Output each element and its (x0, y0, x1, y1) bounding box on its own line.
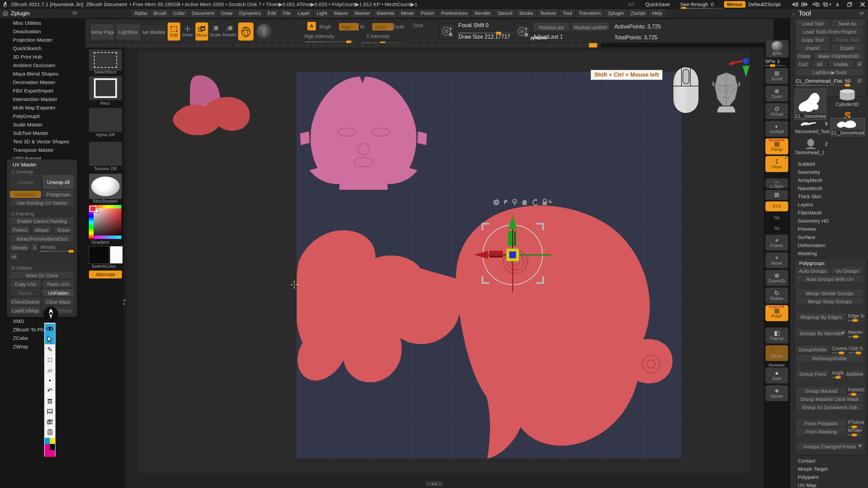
zplugin-item[interactable]: Transpose Master (3, 146, 78, 155)
attract-button[interactable]: Attract (32, 226, 52, 233)
zplugin-item[interactable]: Maya Blend Shapes (3, 70, 78, 78)
divider-tray[interactable] (85, 43, 601, 47)
tool-thumbnail-cylinder[interactable]: Cylinder3D (830, 89, 864, 108)
camera-icon[interactable] (45, 416, 55, 427)
menu-item[interactable]: Transform (576, 9, 604, 17)
color-picker[interactable] (89, 205, 121, 239)
erase-button[interactable]: Erase (53, 226, 74, 233)
home-page-button[interactable]: Home Page (91, 24, 114, 40)
regroup-visible-button[interactable]: ReGroupVisible (796, 355, 864, 362)
active-tool-r-button[interactable]: R (855, 78, 864, 84)
edge-sensitivity-slider[interactable] (848, 320, 864, 321)
tool-panel-refresh-icon[interactable]: ⟳ (860, 10, 864, 17)
menus-button[interactable]: Menus (724, 1, 746, 8)
right-strip-button[interactable]: ◐ AAHalf (765, 121, 788, 137)
zplugin-item[interactable]: Deactivation (3, 27, 78, 36)
zplugin-item[interactable]: 3D Print Hub (3, 53, 78, 61)
draw-size-control[interactable]: Draw Size 212.17717 (458, 34, 510, 40)
unflatten-button[interactable]: UnFlatten (42, 289, 74, 297)
menu-item[interactable]: Alpha (132, 9, 150, 17)
main-color-swatch[interactable] (89, 246, 109, 264)
right-strip-button[interactable]: Dynamic ▦ Persp (765, 138, 788, 155)
menu-item[interactable]: Light (314, 9, 330, 17)
tool-section-header[interactable]: Deformation (790, 241, 868, 249)
axis-orientation-widget[interactable] (728, 58, 752, 81)
right-strip-button[interactable]: ⊕ Zoom3D (765, 270, 788, 286)
xmd-logo-icon[interactable] (43, 306, 59, 322)
restore-icon[interactable] (846, 2, 855, 7)
rotate-mode-button[interactable]: R Rotate (222, 22, 236, 40)
groups-by-normals-button[interactable]: Groups By Normals (796, 330, 847, 337)
tool-section-header[interactable]: Thick Skin (790, 192, 868, 201)
menu-item[interactable]: Zplugin (605, 9, 627, 17)
copy-uvs-button[interactable]: Copy UVs (10, 281, 41, 288)
default-zscript-button[interactable]: DefaultZScript (748, 1, 781, 7)
spix-control[interactable]: SPix 3 (765, 58, 789, 66)
tool-section-header[interactable]: Geometry HD (790, 217, 868, 225)
tool-panel-title[interactable]: Tool (798, 9, 811, 17)
tool-section-header[interactable]: Surface (790, 233, 868, 241)
focal-shift-slider[interactable] (458, 33, 523, 34)
cmyk-swatches-icon[interactable] (45, 438, 55, 456)
load-tool-button[interactable]: Load Tool (796, 20, 830, 27)
easel-icon[interactable] (45, 406, 55, 416)
replay-last-rel-button[interactable]: ReplayLastRel (571, 23, 610, 31)
gizmo-icon-row[interactable] (492, 198, 552, 207)
zplugin-item[interactable]: Intersection Masker (3, 95, 78, 104)
tool-section-header[interactable]: NanoMesh (790, 184, 868, 192)
menu-item[interactable]: Draw (218, 9, 235, 17)
trash-icon[interactable] (45, 396, 55, 406)
divider-collapse-arrows[interactable]: ◂▸ (123, 298, 125, 306)
material-channel-a-button[interactable]: A (307, 22, 316, 30)
menu-item[interactable]: Help (649, 9, 665, 17)
import-button[interactable]: Import (796, 45, 830, 52)
group-visible-button[interactable]: GroupVisible (796, 346, 830, 353)
save-as-button[interactable]: Save As (831, 20, 864, 27)
menu-item[interactable]: Material (374, 9, 397, 17)
menu-item[interactable]: Macro (331, 9, 350, 17)
menu-item[interactable]: Zscript (628, 9, 648, 17)
adjust-last-control[interactable]: AdjustLast 1 (533, 34, 563, 40)
uv-groups-button[interactable]: Uv Groups (831, 268, 864, 274)
scale-mode-button[interactable]: S Scale (209, 22, 221, 40)
eraser-icon[interactable]: ▱ (45, 365, 55, 375)
menu-item[interactable]: Dynamics (237, 9, 264, 17)
tool-section-header[interactable]: Polypaint (790, 473, 868, 481)
menu-item[interactable]: Edit (265, 9, 279, 17)
secondary-color-swatch[interactable] (110, 246, 123, 264)
right-strip-button[interactable]: ↻ Rotate (765, 287, 788, 304)
left-divider[interactable] (124, 18, 127, 488)
auto-groups-with-uv-button[interactable]: Auto Groups With UV (796, 276, 864, 283)
right-strip-button[interactable]: Gy (766, 213, 788, 222)
lightbox-button[interactable]: LightBox (116, 24, 141, 40)
menu-item[interactable]: Preferences (438, 9, 470, 17)
right-strip-button[interactable]: ⊞ Scroll (765, 68, 788, 84)
tool-section-header[interactable]: Geometry (790, 168, 868, 176)
ptolerance-slider[interactable] (848, 426, 864, 427)
alpha-selector[interactable] (89, 108, 122, 132)
tool-thumbnail-active[interactable]: CL_DemoHead_F (794, 89, 826, 120)
right-strip-button[interactable]: ⊙ Actual (765, 103, 788, 119)
density-button[interactable]: Density (10, 244, 29, 251)
edit-mode-button[interactable]: Edit (167, 22, 180, 41)
menu-item[interactable]: Tool (560, 9, 575, 17)
material-selector[interactable] (89, 174, 122, 199)
brush-selector[interactable] (89, 76, 122, 100)
flatten-button[interactable]: Flatten (10, 289, 41, 297)
from-masking-button[interactable]: From Masking (796, 428, 847, 435)
live-boolean-button[interactable]: Live Boolean (142, 24, 166, 40)
tool-section-header[interactable]: ArrayMesh (790, 176, 868, 184)
polygroups-toggle[interactable]: Polygroups (42, 191, 74, 198)
spix-slider[interactable] (765, 65, 787, 66)
active-tool-slider[interactable] (796, 85, 853, 86)
right-strip-button[interactable]: ⌖ Frame (765, 235, 788, 251)
texture-selector[interactable] (89, 142, 122, 166)
load-tools-from-project-button[interactable]: Load Tools From Project (796, 28, 864, 35)
coverage-slider[interactable] (832, 352, 847, 353)
tool-section-header[interactable]: Subtool (790, 160, 868, 168)
max-angle-slider[interactable] (848, 336, 864, 337)
zplugin-item[interactable]: Ambient Occlusion (3, 61, 78, 70)
angle-slider[interactable] (832, 377, 845, 378)
minimize-icon[interactable] (835, 2, 844, 7)
menu-item[interactable]: Stencil (495, 9, 515, 17)
